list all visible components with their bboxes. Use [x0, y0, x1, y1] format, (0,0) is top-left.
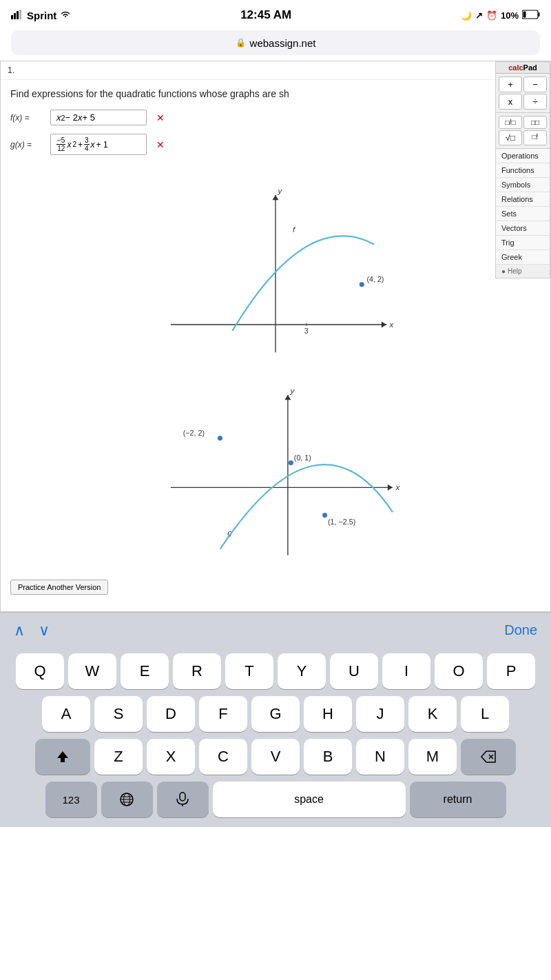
content-area: 1. calcPad + − x ÷ □/□ □□ √□ □! Operatio…: [0, 61, 551, 612]
calcpad: calcPad + − x ÷ □/□ □□ √□ □! Operations …: [495, 61, 550, 278]
moon-icon: 🌙: [461, 10, 472, 21]
key-j[interactable]: J: [356, 696, 404, 732]
calcpad-sup[interactable]: □□: [523, 116, 547, 129]
gx-clear-btn[interactable]: ✕: [156, 139, 165, 150]
key-w[interactable]: W: [68, 653, 116, 689]
key-d[interactable]: D: [147, 696, 195, 732]
question-text: Find expressions for the quadratic funct…: [1, 80, 550, 105]
key-n[interactable]: N: [356, 739, 404, 775]
svg-text:f: f: [293, 225, 296, 234]
calcpad-ops2-row: □/□ □□ √□ □!: [496, 113, 550, 149]
svg-text:(−2, 2): (−2, 2): [183, 429, 205, 437]
answer-gx-row: g(x) = −5 12 x2 + 3 4 x + 1 ✕: [1, 130, 550, 159]
nav-arrows: ∧ ∨: [14, 622, 50, 640]
svg-text:(4, 2): (4, 2): [366, 275, 384, 283]
calcpad-factorial[interactable]: □!: [523, 130, 547, 145]
address-bar[interactable]: 🔒 webassign.net: [11, 30, 540, 55]
battery-label: 10%: [501, 10, 519, 21]
status-left: Sprint: [11, 10, 71, 21]
fx-clear-btn[interactable]: ✕: [156, 112, 165, 123]
svg-text:3: 3: [304, 327, 309, 335]
calcpad-plus[interactable]: +: [499, 76, 522, 92]
svg-rect-39: [180, 793, 185, 801]
key-a[interactable]: A: [42, 696, 90, 732]
svg-point-16: [360, 282, 364, 287]
key-mic[interactable]: [157, 782, 209, 817]
status-right: 🌙 ↗ ⏰ 10%: [461, 10, 540, 21]
key-y[interactable]: Y: [278, 653, 326, 689]
calcpad-title: calcPad: [496, 62, 550, 74]
key-space[interactable]: space: [213, 782, 406, 817]
calcpad-relations[interactable]: Relations: [496, 192, 550, 207]
calcpad-greek[interactable]: Greek: [496, 250, 550, 265]
wifi-icon: [60, 10, 71, 21]
calcpad-ops-row: + − x ÷: [496, 74, 550, 113]
calcpad-minus[interactable]: −: [523, 76, 547, 92]
svg-text:y: y: [278, 186, 283, 195]
keyboard-row2: A S D F G H J K L: [3, 696, 548, 732]
key-numbers[interactable]: 123: [45, 782, 97, 817]
fx-label: f(x) =: [10, 113, 45, 123]
key-u[interactable]: U: [330, 653, 378, 689]
key-t[interactable]: T: [225, 653, 273, 689]
url-label: webassign.net: [250, 37, 316, 49]
prev-arrow[interactable]: ∧: [14, 622, 25, 640]
key-l[interactable]: L: [461, 696, 509, 732]
keyboard-row3: Z X C V B N M: [3, 739, 548, 775]
calcpad-operations[interactable]: Operations: [496, 149, 550, 163]
svg-marker-31: [57, 751, 68, 762]
practice-another-version-btn[interactable]: Practice Another Version: [10, 580, 108, 595]
key-f[interactable]: F: [199, 696, 247, 732]
done-button[interactable]: Done: [504, 622, 537, 638]
key-backspace[interactable]: [461, 739, 516, 775]
graphs-container: x y 3 f (4, 2): [1, 159, 550, 573]
calcpad-sqrt[interactable]: √□: [499, 130, 522, 145]
key-k[interactable]: K: [408, 696, 457, 732]
svg-text:(0, 1): (0, 1): [294, 453, 311, 462]
answer-fx-row: f(x) = x2 − 2x + 5 ✕: [1, 105, 550, 130]
key-g[interactable]: G: [251, 696, 300, 732]
key-globe[interactable]: [101, 782, 153, 817]
key-r[interactable]: R: [173, 653, 221, 689]
key-e[interactable]: E: [121, 653, 169, 689]
calcpad-divide[interactable]: ÷: [523, 94, 547, 110]
calcpad-symbols[interactable]: Symbols: [496, 178, 550, 192]
svg-text:(1, −2.5): (1, −2.5): [328, 518, 355, 526]
calcpad-help[interactable]: ● Help: [496, 265, 550, 278]
next-arrow[interactable]: ∨: [39, 622, 50, 640]
key-h[interactable]: H: [304, 696, 352, 732]
calcpad-vectors[interactable]: Vectors: [496, 221, 550, 236]
calcpad-sets[interactable]: Sets: [496, 207, 550, 221]
alarm-icon: ⏰: [486, 10, 497, 21]
gx-label: g(x) =: [10, 140, 45, 150]
svg-point-27: [289, 460, 293, 465]
svg-point-29: [322, 513, 327, 518]
key-p[interactable]: P: [487, 653, 535, 689]
gx-input[interactable]: −5 12 x2 + 3 4 x + 1: [50, 134, 147, 155]
key-c[interactable]: C: [199, 739, 247, 775]
graph-g: x y g (−2, 2) (0, 1) (1, −2.5): [158, 373, 393, 559]
calcpad-frac[interactable]: □/□: [499, 116, 522, 129]
key-q[interactable]: Q: [16, 653, 64, 689]
graph-f: x y 3 f (4, 2): [158, 173, 393, 359]
keyboard-toolbar: ∧ ∨ Done: [0, 612, 551, 648]
key-s[interactable]: S: [94, 696, 143, 732]
svg-rect-1: [14, 13, 16, 19]
svg-rect-3: [19, 10, 21, 19]
calcpad-x[interactable]: x: [499, 94, 522, 110]
key-v[interactable]: V: [251, 739, 300, 775]
key-b[interactable]: B: [304, 739, 352, 775]
key-return[interactable]: return: [410, 782, 506, 817]
keyboard: Q W E R T Y U I O P A S D F G H J K L Z …: [0, 648, 551, 827]
key-o[interactable]: O: [435, 653, 483, 689]
svg-marker-10: [273, 195, 279, 200]
calcpad-functions[interactable]: Functions: [496, 163, 550, 178]
key-x[interactable]: X: [147, 739, 195, 775]
battery-icon: [522, 10, 540, 21]
key-i[interactable]: I: [382, 653, 430, 689]
key-m[interactable]: M: [408, 739, 457, 775]
key-z[interactable]: Z: [94, 739, 143, 775]
key-shift[interactable]: [35, 739, 90, 775]
fx-input[interactable]: x2 − 2x + 5: [50, 110, 147, 125]
calcpad-trig[interactable]: Trig: [496, 236, 550, 250]
